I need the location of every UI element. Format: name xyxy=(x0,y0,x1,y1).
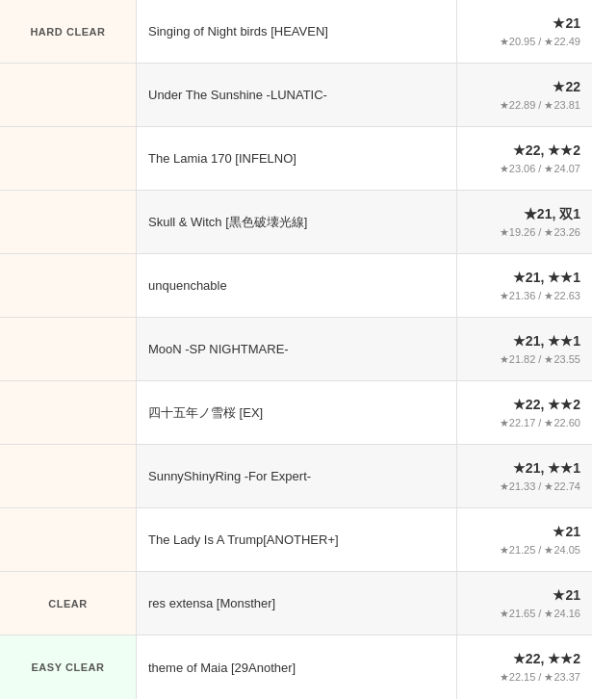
rating-main: ★21 xyxy=(553,13,580,34)
rating-sub: ★21.36 / ★22.63 xyxy=(500,288,580,304)
category-cell: HARD CLEAR xyxy=(0,0,136,63)
table-row: CLEARres extensa [Monsther]★21★21.65 / ★… xyxy=(0,572,592,635)
title-cell: res extensa [Monsther] xyxy=(136,572,457,635)
rating-cell: ★22, ★★2★23.06 / ★24.07 xyxy=(457,127,592,190)
rating-cell: ★22, ★★2★22.17 / ★22.60 xyxy=(457,381,592,444)
rating-main: ★22, ★★2 xyxy=(513,141,580,161)
rating-cell: ★22★22.89 / ★23.81 xyxy=(457,64,592,126)
table-row: HARD CLEARSinging of Night birds [HEAVEN… xyxy=(0,0,592,64)
rating-cell: ★21★21.25 / ★24.05 xyxy=(457,508,592,571)
rating-main: ★21 xyxy=(553,522,580,542)
table-row: The Lamia 170 [INFELNO]★22, ★★2★23.06 / … xyxy=(0,127,592,191)
title-cell: unquenchable xyxy=(136,254,457,317)
rating-sub: ★21.65 / ★24.16 xyxy=(500,606,580,622)
rating-sub: ★20.95 / ★22.49 xyxy=(500,34,580,50)
category-cell xyxy=(0,381,136,444)
rating-cell: ★21, ★★1★21.36 / ★22.63 xyxy=(457,254,592,317)
table-row: Skull & Witch [黒色破壊光線]★21, 双1★19.26 / ★2… xyxy=(0,191,592,254)
rating-main: ★21, ★★1 xyxy=(513,458,580,479)
title-cell: The Lamia 170 [INFELNO] xyxy=(136,127,457,190)
rating-cell: ★21★20.95 / ★22.49 xyxy=(457,0,592,63)
title-cell: Under The Sunshine -LUNATIC- xyxy=(136,64,457,126)
rating-cell: ★21, 双1★19.26 / ★23.26 xyxy=(457,191,592,253)
table-row: unquenchable★21, ★★1★21.36 / ★22.63 xyxy=(0,254,592,318)
rating-cell: ★21, ★★1★21.33 / ★22.74 xyxy=(457,445,592,507)
rating-main: ★22, ★★2 xyxy=(513,395,580,415)
rating-sub: ★22.15 / ★23.37 xyxy=(500,669,580,686)
rating-main: ★21 xyxy=(553,585,580,606)
category-cell xyxy=(0,191,136,253)
rating-sub: ★22.17 / ★22.60 xyxy=(500,415,580,431)
title-cell: 四十五年ノ雪桜 [EX] xyxy=(136,381,457,444)
rating-main: ★21, 双1 xyxy=(524,204,580,224)
main-container: HARD CLEARSinging of Night birds [HEAVEN… xyxy=(0,0,592,699)
table-row: SunnyShinyRing -For Expert-★21, ★★1★21.3… xyxy=(0,445,592,508)
category-cell: CLEAR xyxy=(0,572,136,635)
category-cell xyxy=(0,254,136,317)
title-cell: Singing of Night birds [HEAVEN] xyxy=(136,0,457,63)
category-cell xyxy=(0,318,136,380)
rating-sub: ★22.89 / ★23.81 xyxy=(500,97,580,114)
table-row: 四十五年ノ雪桜 [EX]★22, ★★2★22.17 / ★22.60 xyxy=(0,381,592,445)
rating-sub: ★21.33 / ★22.74 xyxy=(500,479,580,495)
rating-sub: ★19.26 / ★23.26 xyxy=(500,224,580,241)
rating-main: ★22 xyxy=(553,77,580,97)
title-cell: The Lady Is A Trump[ANOTHER+] xyxy=(136,508,457,571)
rating-sub: ★23.06 / ★24.07 xyxy=(500,161,580,177)
rating-cell: ★22, ★★2★22.15 / ★23.37 xyxy=(457,635,592,699)
category-cell xyxy=(0,508,136,571)
title-cell: Skull & Witch [黒色破壊光線] xyxy=(136,191,457,253)
table-row: The Lady Is A Trump[ANOTHER+]★21★21.25 /… xyxy=(0,508,592,572)
rating-cell: ★21★21.65 / ★24.16 xyxy=(457,572,592,635)
title-cell: theme of Maia [29Another] xyxy=(136,635,457,699)
category-cell xyxy=(0,445,136,507)
category-cell xyxy=(0,64,136,126)
table-row: Under The Sunshine -LUNATIC-★22★22.89 / … xyxy=(0,64,592,127)
rating-main: ★21, ★★1 xyxy=(513,331,580,351)
rating-sub: ★21.82 / ★23.55 xyxy=(500,351,580,368)
rating-main: ★22, ★★2 xyxy=(513,649,580,669)
table-row: MooN -SP NIGHTMARE-★21, ★★1★21.82 / ★23.… xyxy=(0,318,592,381)
rating-cell: ★21, ★★1★21.82 / ★23.55 xyxy=(457,318,592,380)
title-cell: SunnyShinyRing -For Expert- xyxy=(136,445,457,507)
category-cell: EASY CLEAR xyxy=(0,635,136,699)
title-cell: MooN -SP NIGHTMARE- xyxy=(136,318,457,380)
rating-main: ★21, ★★1 xyxy=(513,268,580,288)
table-row: EASY CLEARtheme of Maia [29Another]★22, … xyxy=(0,635,592,699)
rating-sub: ★21.25 / ★24.05 xyxy=(500,542,580,558)
category-cell xyxy=(0,127,136,190)
